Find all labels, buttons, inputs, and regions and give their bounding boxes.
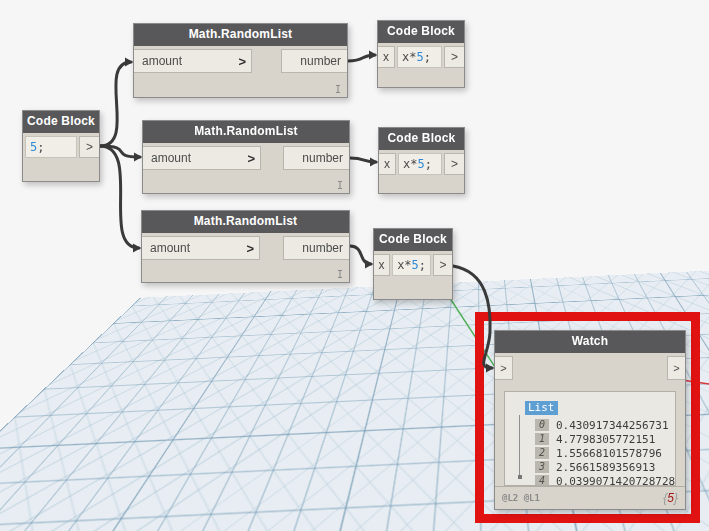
- code-block-2-output-port[interactable]: >: [444, 153, 464, 175]
- code-prefix: x*: [397, 258, 411, 272]
- code-suffix: ;: [424, 50, 431, 64]
- code-block-source-code-field[interactable]: 5;: [25, 136, 77, 158]
- code-number: 5: [412, 258, 419, 272]
- watch-footer: @L2 @L1 {5}: [495, 486, 685, 509]
- node-code-block-1-title[interactable]: Code Block: [378, 21, 464, 43]
- code-block-3-output-port[interactable]: >: [433, 254, 452, 276]
- default-value-chevron-icon[interactable]: >: [238, 54, 246, 69]
- node-code-block-source[interactable]: Code Block 5; >: [22, 110, 100, 182]
- code-block-1-code-field[interactable]: x*5;: [397, 46, 442, 68]
- watch-output-port[interactable]: >: [667, 356, 685, 380]
- port-label: number: [300, 54, 341, 68]
- watch-list-item: 1 4.7798305772151: [535, 432, 671, 446]
- item-index: 4: [535, 475, 549, 486]
- wire-codeblock-3-to-watch[interactable]: [453, 266, 492, 368]
- randomlist-2-number-port[interactable]: number: [283, 146, 349, 170]
- randomlist-3-indicator: I: [337, 269, 343, 280]
- port-label: x: [383, 50, 389, 64]
- item-value: 2.5661589356913: [556, 461, 655, 474]
- output-chevron-icon: >: [451, 157, 458, 171]
- node-randomlist-2-title[interactable]: Math.RandomList: [143, 121, 349, 143]
- item-value: 0.0399071420728728: [556, 475, 675, 487]
- code-prefix: x*: [402, 50, 416, 64]
- watch-list-panel[interactable]: List 0 0.430917344256731 1 4.77983057721…: [504, 391, 676, 486]
- port-label: amount: [142, 54, 182, 68]
- code-block-3-x-port[interactable]: x: [374, 254, 390, 276]
- item-index: 1: [535, 433, 549, 445]
- randomlist-1-amount-port[interactable]: amount >: [134, 49, 252, 73]
- item-value: 1.55668101578796: [556, 447, 662, 460]
- randomlist-1-number-port[interactable]: number: [281, 49, 347, 73]
- randomlist-2-amount-port[interactable]: amount >: [143, 146, 261, 170]
- wire-source-to-randomlist-1[interactable]: [100, 62, 131, 146]
- watch-list-item: 4 0.0399071420728728: [535, 474, 671, 486]
- default-value-chevron-icon[interactable]: >: [246, 241, 254, 256]
- node-code-block-2-title[interactable]: Code Block: [379, 128, 464, 150]
- node-code-block-3-title[interactable]: Code Block: [374, 229, 452, 251]
- code-block-2-x-port[interactable]: x: [379, 153, 396, 175]
- node-randomlist-2[interactable]: Math.RandomList amount > number I: [142, 120, 350, 194]
- count-number: 5: [667, 491, 674, 505]
- code-suffix: ;: [425, 157, 432, 171]
- code-block-source-output-port[interactable]: >: [79, 136, 99, 158]
- randomlist-1-indicator: I: [335, 84, 341, 95]
- node-randomlist-3-title[interactable]: Math.RandomList: [142, 211, 349, 233]
- port-label: number: [302, 151, 343, 165]
- code-block-2-code-field[interactable]: x*5;: [398, 153, 442, 175]
- item-value: 0.430917344256731: [556, 419, 669, 432]
- randomlist-3-number-port[interactable]: number: [283, 236, 349, 260]
- item-value: 4.7798305772151: [556, 433, 655, 446]
- port-label: amount: [151, 151, 191, 165]
- port-label: amount: [150, 241, 190, 255]
- count-brace-close: }: [674, 491, 678, 505]
- code-block-1-output-port[interactable]: >: [444, 46, 464, 68]
- code-number: 5: [416, 50, 423, 64]
- output-chevron-icon: >: [440, 258, 447, 272]
- item-index: 2: [535, 447, 549, 459]
- item-index: 3: [535, 461, 549, 473]
- port-label: x: [379, 258, 385, 272]
- node-randomlist-3[interactable]: Math.RandomList amount > number I: [141, 210, 350, 283]
- input-chevron-icon: >: [500, 362, 506, 374]
- node-watch[interactable]: Watch > > List 0 0.430917344256731 1 4.7…: [494, 330, 686, 510]
- randomlist-3-amount-port[interactable]: amount >: [142, 236, 260, 260]
- code-block-1-x-port[interactable]: x: [378, 46, 395, 68]
- code-number: 5: [417, 157, 424, 171]
- code-block-3-code-field[interactable]: x*5;: [392, 254, 431, 276]
- node-randomlist-1-title[interactable]: Math.RandomList: [134, 24, 347, 46]
- code-suffix: ;: [37, 140, 44, 154]
- code-suffix: ;: [419, 258, 426, 272]
- node-code-block-3[interactable]: Code Block x x*5; >: [373, 228, 453, 300]
- randomlist-2-indicator: I: [337, 180, 343, 191]
- item-index: 0: [535, 419, 549, 431]
- node-code-block-2[interactable]: Code Block x x*5; >: [378, 127, 465, 194]
- port-label: x: [384, 157, 390, 171]
- code-prefix: x*: [403, 157, 417, 171]
- node-code-block-1[interactable]: Code Block x x*5; >: [377, 20, 465, 88]
- code-number: 5: [30, 140, 37, 154]
- dynamo-canvas[interactable]: Code Block 5; > Math.RandomList amount >…: [0, 0, 709, 531]
- watch-list-item: 3 2.5661589356913: [535, 460, 671, 474]
- node-watch-title[interactable]: Watch: [495, 331, 685, 353]
- watch-list-item: 0 0.430917344256731: [535, 418, 671, 432]
- node-code-block-source-title[interactable]: Code Block: [23, 111, 99, 133]
- output-chevron-icon: >: [673, 362, 679, 374]
- output-chevron-icon: >: [86, 140, 93, 154]
- port-label: number: [302, 241, 343, 255]
- watch-list-label: List: [525, 401, 558, 415]
- default-value-chevron-icon[interactable]: >: [247, 151, 255, 166]
- wire-source-to-randomlist-3[interactable]: [100, 146, 139, 248]
- watch-levels-label[interactable]: @L2 @L1: [502, 493, 540, 503]
- watch-list-guide-line: [519, 415, 520, 475]
- watch-item-count: {5}: [663, 491, 678, 505]
- watch-list-item: 2 1.55668101578796: [535, 446, 671, 460]
- output-chevron-icon: >: [451, 50, 458, 64]
- watch-input-port[interactable]: >: [495, 356, 513, 380]
- node-randomlist-1[interactable]: Math.RandomList amount > number I: [133, 23, 348, 98]
